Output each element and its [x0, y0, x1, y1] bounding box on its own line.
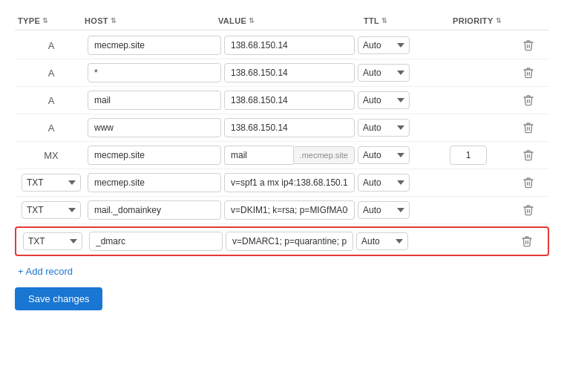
value-cell-7[interactable]: [224, 200, 355, 220]
delete-cell-4[interactable]: [519, 119, 546, 137]
table-row: AAuto3006001800360072001440086400: [15, 32, 549, 59]
delete-cell-6[interactable]: [519, 174, 546, 192]
delete-button-3[interactable]: [519, 91, 537, 109]
col-ttl: TTL ⇅: [364, 16, 453, 25]
delete-button-6[interactable]: [519, 174, 537, 192]
host-input-4[interactable]: [88, 118, 221, 137]
type-select-8[interactable]: AAAAACAACNAMEMXNSSOASRVTXT: [23, 232, 82, 250]
value-cell-8[interactable]: [226, 232, 353, 251]
table-row: AAuto3006001800360072001440086400: [15, 87, 549, 114]
value-input-6[interactable]: [224, 173, 355, 192]
ttl-cell-8[interactable]: Auto3006001800360072001440086400: [356, 232, 445, 250]
delete-button-7[interactable]: [519, 201, 537, 219]
host-cell-3[interactable]: [88, 91, 221, 110]
value-cell-3[interactable]: [224, 91, 355, 110]
value-input-5[interactable]: [224, 146, 293, 165]
type-cell-4: A: [18, 122, 85, 134]
table-row: AAAAACAACNAMEMXNSSOASRVTXTAuto3006001800…: [15, 169, 549, 197]
host-input-3[interactable]: [88, 91, 221, 110]
sort-type-icon: ⇅: [42, 17, 48, 24]
ttl-select-7[interactable]: Auto3006001800360072001440086400: [358, 201, 410, 219]
type-cell-8[interactable]: AAAAACAACNAMEMXNSSOASRVTXT: [19, 232, 86, 250]
col-priority: PRIORITY ⇅: [453, 16, 519, 25]
delete-cell-8[interactable]: [518, 232, 545, 250]
priority-input-5[interactable]: [450, 146, 487, 165]
type-select-6[interactable]: AAAAACAACNAMEMXNSSOASRVTXT: [22, 174, 81, 192]
ttl-select-5[interactable]: Auto3006001800360072001440086400: [358, 146, 410, 164]
delete-cell-3[interactable]: [519, 91, 546, 109]
ttl-cell-5[interactable]: Auto3006001800360072001440086400: [358, 146, 447, 164]
rows-container: AAuto3006001800360072001440086400AAuto30…: [15, 32, 549, 256]
dns-records-table: TYPE ⇅ HOST ⇅ VALUE ⇅ TTL ⇅ PRIORITY ⇅ A…: [0, 0, 564, 392]
host-cell-5[interactable]: [88, 146, 221, 165]
host-cell-7[interactable]: [88, 200, 221, 220]
type-select-7[interactable]: AAAAACAACNAMEMXNSSOASRVTXT: [22, 201, 81, 219]
delete-button-4[interactable]: [519, 119, 537, 137]
value-cell-6[interactable]: [224, 173, 355, 192]
delete-cell-5[interactable]: [519, 146, 546, 164]
host-cell-1[interactable]: [88, 36, 221, 55]
value-input-4[interactable]: [224, 118, 355, 137]
table-row: AAAAACAACNAMEMXNSSOASRVTXTAuto3006001800…: [15, 226, 549, 256]
add-record-label: + Add record: [18, 266, 73, 277]
ttl-cell-4[interactable]: Auto3006001800360072001440086400: [358, 119, 447, 137]
ttl-cell-6[interactable]: Auto3006001800360072001440086400: [358, 174, 447, 192]
delete-button-5[interactable]: [519, 146, 537, 164]
host-input-6[interactable]: [88, 173, 221, 192]
type-cell-7[interactable]: AAAAACAACNAMEMXNSSOASRVTXT: [18, 201, 85, 219]
value-cell-1[interactable]: [224, 36, 355, 55]
delete-button-8[interactable]: [518, 232, 536, 250]
ttl-select-6[interactable]: Auto3006001800360072001440086400: [358, 174, 410, 192]
host-input-7[interactable]: [88, 200, 221, 220]
mx-suffix-5: .mecmep.site: [293, 146, 355, 164]
ttl-select-1[interactable]: Auto3006001800360072001440086400: [358, 36, 410, 54]
ttl-cell-3[interactable]: Auto3006001800360072001440086400: [358, 91, 447, 109]
ttl-cell-2[interactable]: Auto3006001800360072001440086400: [358, 64, 447, 82]
ttl-select-4[interactable]: Auto3006001800360072001440086400: [358, 119, 410, 137]
sort-ttl-icon: ⇅: [381, 17, 387, 24]
ttl-select-8[interactable]: Auto3006001800360072001440086400: [356, 232, 408, 250]
col-type: TYPE ⇅: [18, 16, 85, 25]
value-input-2[interactable]: [224, 63, 355, 82]
trash-icon: [522, 39, 534, 51]
value-input-1[interactable]: [224, 36, 355, 55]
host-cell-2[interactable]: [88, 63, 221, 82]
ttl-cell-1[interactable]: Auto3006001800360072001440086400: [358, 36, 447, 54]
value-input-8[interactable]: [226, 232, 353, 251]
type-cell-1: A: [18, 40, 85, 51]
delete-button-2[interactable]: [519, 64, 537, 82]
value-cell-4[interactable]: [224, 118, 355, 137]
sort-host-icon: ⇅: [111, 17, 117, 24]
sort-value-icon: ⇅: [249, 17, 255, 24]
delete-button-1[interactable]: [519, 36, 537, 54]
host-cell-4[interactable]: [88, 118, 221, 137]
add-record-link[interactable]: + Add record: [15, 258, 76, 287]
value-cell-2[interactable]: [224, 63, 355, 82]
host-input-2[interactable]: [88, 63, 221, 82]
host-cell-6[interactable]: [88, 173, 221, 192]
trash-icon: [522, 67, 534, 79]
ttl-select-2[interactable]: Auto3006001800360072001440086400: [358, 64, 410, 82]
table-row: AAuto3006001800360072001440086400: [15, 114, 549, 142]
ttl-cell-7[interactable]: Auto3006001800360072001440086400: [358, 201, 447, 219]
ttl-select-3[interactable]: Auto3006001800360072001440086400: [358, 91, 410, 109]
host-input-8[interactable]: [89, 232, 223, 251]
host-cell-8[interactable]: [89, 232, 223, 251]
value-cell-5[interactable]: .mecmep.site: [224, 146, 355, 165]
value-input-7[interactable]: [224, 200, 355, 220]
delete-cell-2[interactable]: [519, 64, 546, 82]
host-input-5[interactable]: [88, 146, 221, 165]
value-input-3[interactable]: [224, 91, 355, 110]
delete-cell-1[interactable]: [519, 36, 546, 54]
host-input-1[interactable]: [88, 36, 221, 55]
priority-cell-5[interactable]: [450, 146, 517, 165]
type-cell-6[interactable]: AAAAACAACNAMEMXNSSOASRVTXT: [18, 174, 85, 192]
col-value: VALUE ⇅: [218, 16, 364, 25]
table-row: AAuto3006001800360072001440086400: [15, 59, 549, 87]
table-row: AAAAACAACNAMEMXNSSOASRVTXTAuto3006001800…: [15, 197, 549, 224]
save-changes-button[interactable]: Save changes: [15, 287, 102, 310]
trash-icon: [522, 149, 534, 161]
trash-icon: [522, 204, 534, 216]
delete-cell-7[interactable]: [519, 201, 546, 219]
trash-icon: [522, 177, 534, 189]
